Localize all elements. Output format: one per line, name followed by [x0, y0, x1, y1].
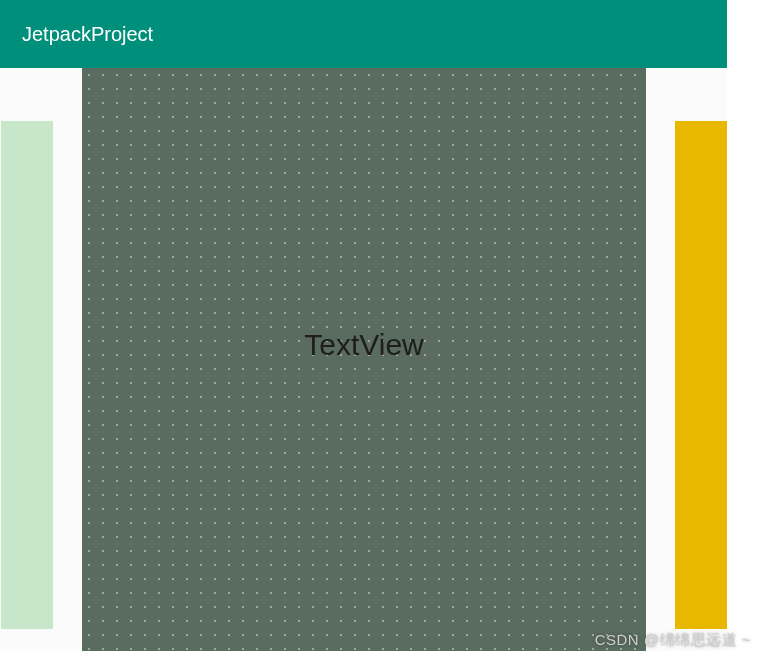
right-guideline-panel	[675, 121, 727, 629]
content-area: TextView	[0, 68, 727, 651]
left-guideline-panel	[1, 121, 53, 629]
textview-container[interactable]: TextView	[82, 68, 646, 651]
watermark-text: CSDN @绵绵思远道 ~	[595, 631, 751, 650]
textview-label: TextView	[304, 328, 424, 362]
app-bar: JetpackProject	[0, 0, 727, 68]
app-title: JetpackProject	[22, 23, 153, 46]
